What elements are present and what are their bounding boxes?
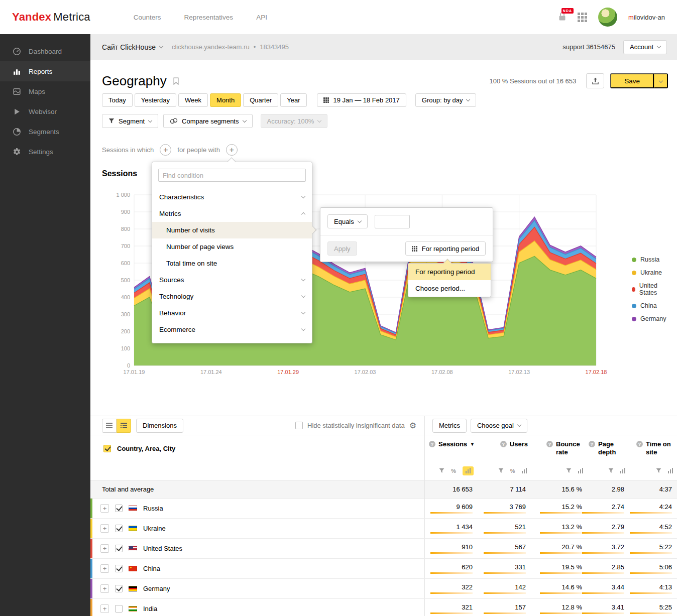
nav-api[interactable]: API bbox=[256, 14, 267, 21]
help-icon[interactable]: ? bbox=[589, 441, 595, 447]
find-condition-input[interactable] bbox=[158, 169, 306, 182]
dimensions-button[interactable]: Dimensions bbox=[136, 419, 183, 433]
yandex-metrica-logo[interactable]: YandexMetrica bbox=[12, 11, 90, 24]
table-settings-gear-icon[interactable]: ⚙ bbox=[409, 422, 416, 430]
country-name[interactable]: India bbox=[143, 605, 157, 612]
column-header-time-on-site[interactable]: ? Time on site bbox=[636, 440, 674, 457]
nav-representatives[interactable]: Representatives bbox=[184, 14, 234, 21]
filter-bars-icon[interactable] bbox=[668, 468, 673, 473]
filter-funnel-icon[interactable] bbox=[498, 468, 504, 473]
account-button[interactable]: Account bbox=[623, 40, 667, 54]
legend-item[interactable]: United States bbox=[632, 282, 668, 296]
save-button[interactable]: Save bbox=[610, 73, 654, 88]
period-menu-item[interactable]: For reporting period bbox=[408, 264, 491, 280]
period-year-button[interactable]: Year bbox=[280, 93, 306, 107]
condition-group-metrics[interactable]: Metrics bbox=[152, 205, 312, 222]
country-name[interactable]: China bbox=[143, 565, 160, 572]
add-session-condition-button[interactable] bbox=[160, 144, 171, 156]
nav-counters[interactable]: Counters bbox=[134, 14, 161, 21]
filter-bars-icon[interactable] bbox=[466, 468, 471, 473]
compare-segments-button[interactable]: Compare segments bbox=[163, 114, 252, 128]
filter-funnel-icon[interactable] bbox=[439, 468, 444, 473]
condition-group-technology[interactable]: Technology bbox=[152, 288, 312, 305]
segment-button[interactable]: Segment bbox=[102, 114, 158, 128]
expand-row-button[interactable] bbox=[100, 604, 109, 613]
expand-row-button[interactable] bbox=[100, 504, 109, 513]
condition-group-ecommerce[interactable]: Ecommerce bbox=[152, 321, 312, 338]
help-icon[interactable]: ? bbox=[636, 441, 643, 447]
sidebar-item-webvisor[interactable]: Webvisor bbox=[0, 101, 90, 121]
row-checkbox[interactable] bbox=[115, 565, 123, 572]
country-name[interactable]: United States bbox=[143, 545, 182, 552]
condition-option[interactable]: Number of visits bbox=[152, 222, 312, 238]
operator-select[interactable]: Equals bbox=[327, 214, 368, 228]
condition-group-behavior[interactable]: Behavior bbox=[152, 305, 312, 321]
help-icon[interactable]: ? bbox=[546, 441, 553, 447]
sidebar-item-maps[interactable]: Maps bbox=[0, 81, 90, 101]
filter-bars-icon[interactable] bbox=[522, 468, 527, 473]
row-checkbox[interactable] bbox=[115, 505, 123, 512]
choose-goal-button[interactable]: Choose goal bbox=[471, 419, 527, 433]
filter-funnel-icon[interactable] bbox=[608, 468, 614, 473]
period-month-button[interactable]: Month bbox=[210, 93, 241, 107]
select-all-checkbox[interactable] bbox=[103, 445, 111, 452]
expand-row-button[interactable] bbox=[100, 584, 109, 593]
legend-item[interactable]: Ukraine bbox=[632, 269, 668, 276]
legend-item[interactable]: China bbox=[632, 302, 668, 309]
sidebar-item-settings[interactable]: Settings bbox=[0, 142, 90, 162]
accuracy-button[interactable]: Accuracy: 100% bbox=[261, 114, 328, 128]
date-range-button[interactable]: 19 Jan — 18 Feb 2017 bbox=[317, 93, 406, 107]
apply-button[interactable]: Apply bbox=[327, 241, 357, 256]
country-name[interactable]: Germany bbox=[143, 585, 170, 592]
avatar[interactable] bbox=[598, 8, 617, 27]
group-by-button[interactable]: Group: by day bbox=[415, 93, 477, 107]
expand-row-button[interactable] bbox=[100, 544, 109, 553]
help-icon[interactable]: ? bbox=[500, 441, 507, 447]
condition-group-sources[interactable]: Sources bbox=[152, 272, 312, 288]
condition-option[interactable]: Total time on site bbox=[152, 255, 312, 272]
country-name[interactable]: Ukraine bbox=[143, 525, 166, 532]
column-header-page-depth[interactable]: ? Page depth bbox=[589, 440, 626, 457]
legend-item[interactable]: Russia bbox=[632, 256, 668, 263]
filter-funnel-icon[interactable] bbox=[656, 468, 661, 473]
nda-lock-icon[interactable]: NDA bbox=[558, 12, 567, 23]
expand-row-button[interactable] bbox=[100, 524, 109, 533]
condition-value-input[interactable] bbox=[375, 215, 410, 228]
metrics-button[interactable]: Metrics bbox=[432, 419, 467, 433]
apps-grid-icon[interactable] bbox=[578, 13, 587, 22]
row-checkbox[interactable] bbox=[115, 525, 123, 532]
row-checkbox[interactable] bbox=[115, 605, 123, 612]
add-people-condition-button[interactable] bbox=[226, 144, 238, 156]
row-checkbox[interactable] bbox=[115, 545, 123, 552]
period-today-button[interactable]: Today bbox=[102, 93, 133, 107]
counter-selector[interactable]: Сайт ClickHouse bbox=[102, 43, 163, 51]
flat-list-view-button[interactable] bbox=[102, 419, 117, 433]
bookmark-icon[interactable] bbox=[173, 77, 179, 85]
export-button[interactable] bbox=[586, 73, 604, 88]
legend-item[interactable]: Germany bbox=[632, 315, 668, 322]
username[interactable]: milovidov-an bbox=[628, 14, 665, 21]
sidebar-item-dashboard[interactable]: Dashboard bbox=[0, 41, 90, 61]
filter-bars-icon[interactable] bbox=[620, 468, 626, 473]
filter-funnel-icon[interactable] bbox=[566, 468, 572, 473]
row-checkbox[interactable] bbox=[115, 585, 123, 592]
column-header-bounce-rate[interactable]: ? Bounce rate bbox=[546, 440, 584, 457]
save-options-button[interactable] bbox=[654, 73, 668, 88]
hide-insignificant-checkbox[interactable] bbox=[295, 422, 303, 429]
sidebar-item-reports[interactable]: Reports bbox=[0, 61, 90, 81]
dimension-header-label[interactable]: Country, Area, City bbox=[117, 445, 175, 452]
tree-view-button[interactable] bbox=[117, 419, 131, 433]
period-menu-item[interactable]: Choose period... bbox=[408, 280, 491, 297]
period-week-button[interactable]: Week bbox=[178, 93, 208, 107]
condition-group-characteristics[interactable]: Characteristics bbox=[152, 189, 312, 205]
active-filter-chip[interactable] bbox=[463, 466, 474, 475]
column-header-sessions[interactable]: ? Sessions ▼ bbox=[429, 440, 475, 448]
period-quarter-button[interactable]: Quarter bbox=[243, 93, 278, 107]
reporting-period-button[interactable]: For reporting period bbox=[405, 241, 486, 256]
condition-option[interactable]: Number of page views bbox=[152, 238, 312, 255]
help-icon[interactable]: ? bbox=[429, 441, 435, 447]
filter-percent-icon[interactable]: % bbox=[451, 468, 456, 474]
period-yesterday-button[interactable]: Yesterday bbox=[135, 93, 176, 107]
column-header-users[interactable]: ? Users bbox=[500, 440, 528, 448]
sidebar-item-segments[interactable]: Segments bbox=[0, 121, 90, 142]
